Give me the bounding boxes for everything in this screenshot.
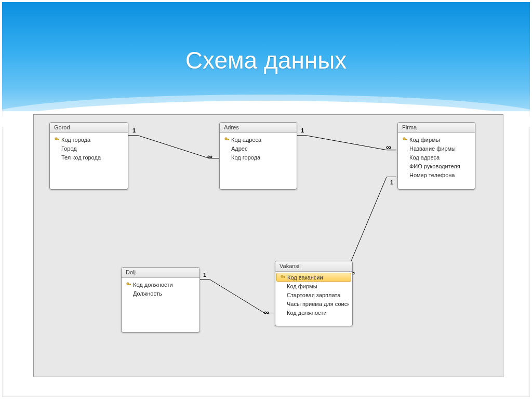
table-row[interactable]: ФИО руководителя [398,162,475,170]
table-row[interactable]: Код фирмы [398,135,475,144]
svg-rect-2 [59,139,59,140]
table-fields: Код вакансии Код фирмы Стартовая зарплат… [275,272,352,320]
table-title: Gorod [50,123,128,133]
table-row[interactable]: Код вакансии [276,273,351,282]
field-label: ФИО руководителя [409,163,472,169]
table-fields: Код адреса Адрес Код города [220,133,297,175]
field-label: Код вакансии [287,274,349,281]
cardinality-many: ∞ [386,143,391,151]
table-row[interactable]: Часы приема для соискателей [275,299,352,308]
table-row[interactable]: Код адреса [220,135,297,144]
cardinality-many: ∞ [264,308,269,316]
relationships-canvas-inner: 1 ∞ 1 ∞ 1 ∞ 1 ∞ Gorod Код города [34,115,502,376]
field-label: Код должности [287,310,349,316]
table-row[interactable]: Стартовая зарплата [275,290,352,299]
table-title: Firma [398,123,475,133]
field-label: Город [61,145,125,152]
svg-rect-11 [130,284,131,285]
svg-rect-8 [407,139,407,140]
cardinality-many: ∞ [207,152,212,161]
field-label: Код адреса [231,137,294,143]
field-label: Код города [61,137,125,143]
table-row[interactable]: Код города [50,135,128,144]
svg-rect-14 [285,276,285,277]
field-label: Адрес [231,145,294,152]
table-row[interactable]: Адрес [220,144,297,153]
table-row[interactable]: Код должности [122,280,200,289]
field-label: Код города [231,154,294,161]
table-row[interactable]: Код города [220,153,297,162]
table-row[interactable]: Название фирмы [398,144,475,153]
table-title: Vakansii [275,261,352,272]
table-title: Dolj [122,268,200,278]
field-label: Часы приема для соискателей [287,301,349,307]
table-dolj[interactable]: Dolj Код должности Должность [121,267,200,332]
table-row[interactable]: Код фирмы [275,282,352,290]
field-label: Код фирмы [287,283,349,289]
table-vakansii[interactable]: Vakansii Код вакансии Код фирмы С [275,261,353,326]
table-fields: Код должности Должность [122,278,200,320]
table-row[interactable]: Тел код города [50,153,128,162]
primary-key-icon [125,282,133,287]
field-label: Номер телефона [409,172,472,178]
cardinality-one: 1 [203,272,206,278]
table-title: Adres [220,123,297,133]
field-label: Код фирмы [409,137,472,143]
table-fields: Код города Город Тел код города [50,133,128,175]
field-label: Стартовая зарплата [287,292,349,298]
primary-key-icon [223,137,231,142]
field-label: Код должности [133,282,196,288]
table-row[interactable]: Должность [122,289,200,298]
cardinality-one: 1 [390,179,393,185]
table-adres[interactable]: Adres Код адреса Адрес Код города [219,122,297,190]
primary-key-icon [401,137,409,142]
slide: Схема данных 1 ∞ 1 ∞ 1 ∞ [0,0,532,399]
table-firma[interactable]: Firma Код фирмы Название фирмы Ко [397,122,475,190]
field-label: Тел код города [61,154,125,161]
table-row[interactable]: Номер телефона [398,170,475,179]
cardinality-one: 1 [132,127,136,134]
field-label: Должность [133,290,196,297]
table-row[interactable]: Город [50,144,128,153]
field-label: Название фирмы [409,145,472,152]
primary-key-icon [53,137,61,142]
table-gorod[interactable]: Gorod Код города Город Тел код го [49,122,128,190]
svg-rect-5 [229,139,229,140]
cardinality-one: 1 [301,127,304,134]
field-label: Код адреса [409,154,472,161]
slide-title: Схема данных [2,46,530,74]
table-row[interactable]: Код должности [275,308,352,317]
primary-key-icon [279,275,287,280]
table-fields: Код фирмы Название фирмы Код адреса ФИО … [398,133,475,182]
table-row[interactable]: Код адреса [398,153,475,162]
relationships-canvas[interactable]: 1 ∞ 1 ∞ 1 ∞ 1 ∞ Gorod Код города [33,114,503,377]
